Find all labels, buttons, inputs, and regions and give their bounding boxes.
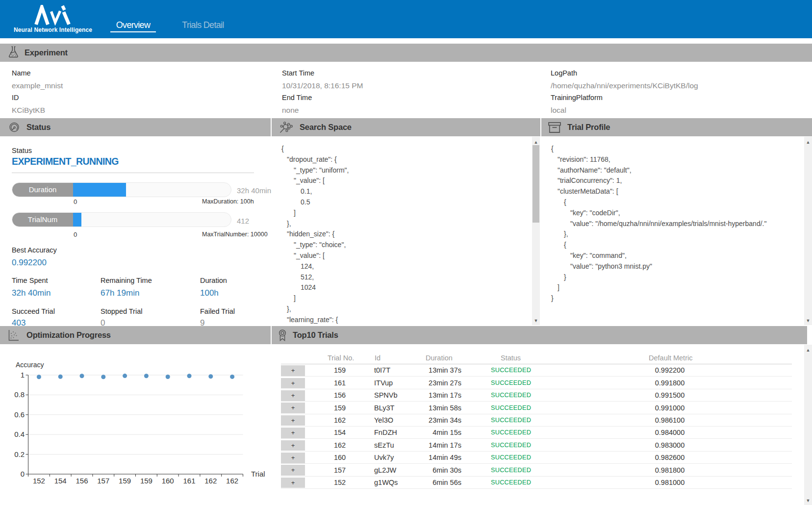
svg-text:160: 160 [162,477,174,485]
svg-text:152: 152 [33,477,45,485]
svg-text:154: 154 [54,477,67,485]
svg-text:159: 159 [140,477,152,485]
svg-text:Trial: Trial [251,470,265,478]
svg-text:0.4: 0.4 [14,430,25,438]
svg-text:159: 159 [119,477,131,485]
svg-text:162: 162 [226,477,238,485]
svg-text:157: 157 [97,477,109,485]
svg-text:161: 161 [183,477,195,485]
svg-text:0.2: 0.2 [14,450,25,458]
svg-text:1: 1 [21,371,25,379]
svg-text:162: 162 [204,477,217,485]
svg-text:156: 156 [76,477,88,485]
svg-text:0.8: 0.8 [14,390,25,399]
svg-text:0: 0 [21,470,25,478]
svg-text:0.6: 0.6 [14,410,25,419]
